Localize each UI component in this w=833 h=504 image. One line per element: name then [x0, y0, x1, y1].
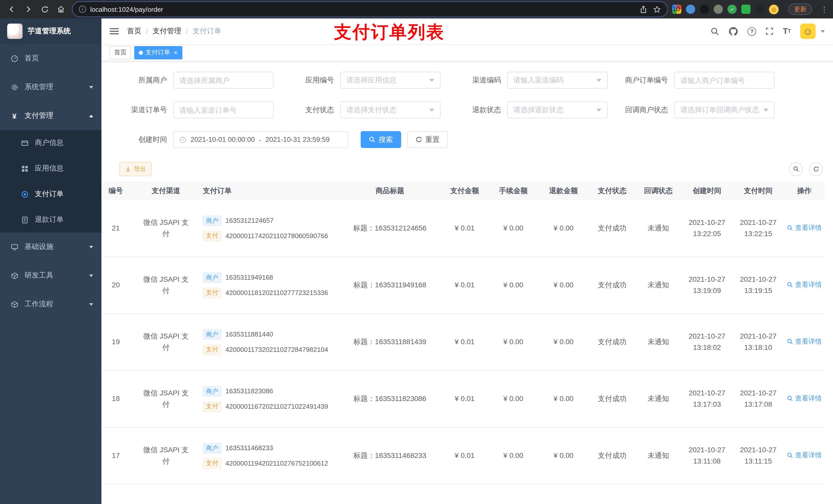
view-detail-link[interactable]: 查看详情: [787, 336, 822, 346]
extension-icon[interactable]: ✓: [728, 5, 737, 14]
cell-status: 支付成功: [589, 393, 635, 404]
column-header-title: 商品标题: [339, 187, 441, 196]
extension-icon[interactable]: [714, 5, 723, 14]
table-row: 20 微信 JSAPI 支付 商户1635311949168 支付4200001…: [101, 257, 825, 314]
close-icon[interactable]: ×: [174, 49, 177, 56]
merchant-input[interactable]: [179, 76, 267, 84]
merchant-order-no: 1635311823086: [225, 386, 273, 397]
navbar-tools: ? TT ☺: [711, 24, 825, 39]
channel-order-no-input[interactable]: [179, 106, 267, 114]
tab-pay-order[interactable]: 支付订单 ×: [134, 46, 182, 59]
avatar-dropdown-caret-icon[interactable]: [821, 30, 825, 32]
reload-icon[interactable]: [38, 3, 51, 16]
extension-icon[interactable]: 10: [672, 5, 681, 14]
navbar: 首页 / 支付管理 / 支付订单 ? TT ☺: [101, 19, 833, 44]
extensions-area: 10 ✓ ☺ 更新 ⋮: [672, 4, 828, 15]
pay-tag: 支付: [203, 231, 221, 241]
breadcrumb: 首页 / 支付管理 / 支付订单: [127, 27, 221, 36]
refresh-button[interactable]: [809, 162, 823, 176]
document-icon: [21, 216, 29, 223]
date-range-picker[interactable]: 2021-10-01 00:00:00 - 2021-10-31 23:59:5…: [173, 131, 348, 148]
sidebar-item-infrastructure[interactable]: 基础设施: [0, 233, 101, 261]
site-info-icon[interactable]: i: [79, 6, 86, 13]
chevron-down-icon: [89, 274, 93, 277]
column-header-fee: 手续金额: [489, 187, 538, 196]
cell-id: 18: [101, 393, 137, 404]
toggle-search-button[interactable]: [789, 162, 803, 176]
merchant-order-no-input[interactable]: [680, 76, 768, 84]
profile-avatar[interactable]: ☺: [769, 4, 779, 14]
reset-button[interactable]: 重置: [407, 131, 448, 148]
sidebar-item-system[interactable]: 系统管理: [0, 73, 101, 101]
cell-title: 标题：1635311949168: [339, 280, 441, 291]
sidebar-item-home[interactable]: 首页: [0, 44, 101, 73]
extension-icon[interactable]: [700, 5, 709, 14]
breadcrumb-separator: /: [146, 27, 148, 35]
search-icon[interactable]: [711, 27, 719, 35]
sidebar: 芋道管理系统 首页 系统管理 ¥ 支付管理 商户信息: [0, 19, 101, 504]
filter-row-3: 创建时间 2021-10-01 00:00:00 - 2021-10-31 23…: [112, 131, 833, 148]
font-size-icon[interactable]: TT: [783, 27, 791, 35]
share-icon[interactable]: [640, 5, 647, 13]
home-icon[interactable]: [54, 3, 68, 16]
cell-paid: 2021-10-2713:22:15: [733, 217, 784, 240]
merchant-order-no-label: 商户订单编号: [613, 75, 674, 85]
github-icon[interactable]: [729, 26, 738, 36]
tab-home[interactable]: 首页: [110, 46, 131, 59]
hamburger-icon[interactable]: [110, 28, 119, 34]
fullscreen-icon[interactable]: [765, 27, 774, 35]
back-icon[interactable]: [5, 3, 19, 16]
chevron-down-icon: [89, 86, 93, 88]
channel-code-label: 渠道编码: [446, 75, 507, 85]
view-detail-link[interactable]: 查看详情: [787, 222, 822, 233]
search-icon: [787, 282, 793, 288]
card-icon: [21, 139, 29, 147]
notify-status-select[interactable]: 请选择订单回调商户状态: [674, 101, 775, 118]
refund-status-select[interactable]: 请选择退款状态: [507, 101, 608, 118]
update-button[interactable]: 更新: [788, 4, 812, 15]
cell-order: 商户1635311881440 支付4200001173202110272847…: [195, 330, 339, 355]
cell-status: 支付成功: [589, 223, 635, 234]
cell-notify: 未通知: [635, 223, 681, 234]
sidebar-item-payment[interactable]: ¥ 支付管理: [0, 101, 101, 130]
cell-order: 商户1635311468233 支付4200001194202110276752…: [195, 443, 339, 469]
table-toolbar: 导出: [112, 162, 833, 176]
sidebar-item-app-info[interactable]: 应用信息: [0, 156, 101, 181]
breadcrumb-separator: /: [186, 27, 188, 35]
extension-icon[interactable]: [755, 5, 764, 14]
merchant-order-no-field[interactable]: [674, 72, 775, 89]
pay-status-select[interactable]: 请选择支付状态: [340, 101, 441, 118]
sidebar-item-workflow[interactable]: 工作流程: [0, 290, 101, 318]
breadcrumb-current: 支付订单: [193, 27, 221, 36]
sidebar-item-pay-order[interactable]: 支付订单: [0, 181, 101, 207]
app-logo: 芋道管理系统: [0, 19, 101, 44]
channel-code-select[interactable]: 请输入渠道编码: [507, 72, 608, 89]
extension-icon[interactable]: [686, 5, 695, 14]
sidebar-item-dev-tools[interactable]: 研发工具: [0, 261, 101, 290]
user-avatar[interactable]: ☺: [800, 24, 815, 39]
search-button[interactable]: 搜索: [361, 131, 401, 148]
view-detail-link[interactable]: 查看详情: [787, 280, 822, 290]
bookmark-star-icon[interactable]: [653, 5, 661, 13]
export-button[interactable]: 导出: [119, 162, 152, 176]
cell-id: 19: [101, 337, 137, 347]
column-header-paid: 支付时间: [733, 187, 784, 196]
view-detail-link[interactable]: 查看详情: [787, 393, 822, 403]
search-icon: [787, 224, 793, 231]
sidebar-item-merchant-info[interactable]: 商户信息: [0, 130, 101, 156]
sidebar-item-refund-order[interactable]: 退款订单: [0, 207, 101, 233]
extension-icon[interactable]: [741, 5, 751, 14]
cell-notify: 未通知: [635, 393, 681, 404]
cell-title: 标题：1635311881439: [339, 337, 441, 347]
browser-menu-icon[interactable]: ⋮: [821, 5, 828, 13]
help-icon[interactable]: ?: [747, 27, 756, 35]
forward-icon[interactable]: [22, 3, 35, 16]
breadcrumb-section[interactable]: 支付管理: [153, 27, 181, 36]
channel-order-no-field[interactable]: [173, 101, 273, 118]
app-select[interactable]: 请选择应用信息: [340, 72, 441, 89]
breadcrumb-home[interactable]: 首页: [127, 27, 141, 36]
merchant-select[interactable]: [173, 72, 273, 89]
cell-title: 标题：1635312124656: [339, 223, 441, 234]
view-detail-link[interactable]: 查看详情: [787, 450, 822, 460]
address-bar[interactable]: i localhost:1024/pay/order: [73, 2, 667, 16]
